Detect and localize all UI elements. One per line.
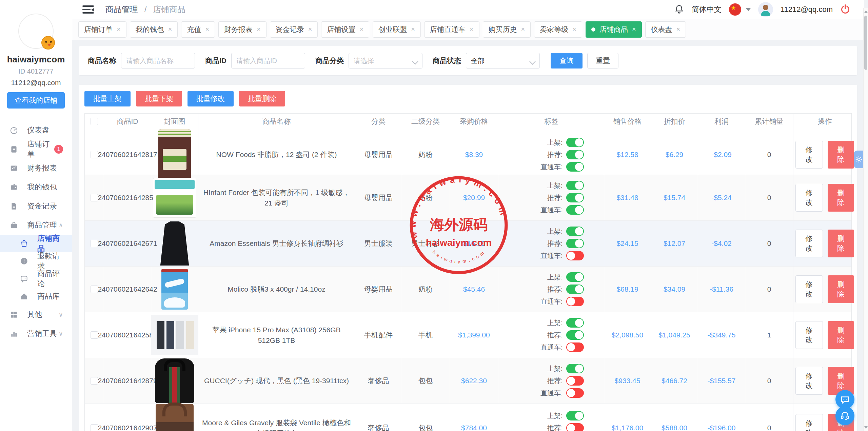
tab-close-icon[interactable]: × (359, 25, 363, 33)
tab-close-icon[interactable]: × (470, 25, 474, 33)
tab-close-icon[interactable]: × (168, 25, 172, 33)
sidebar-item-wallet[interactable]: 我的钱包 (0, 178, 72, 197)
row-checkbox[interactable] (91, 424, 98, 431)
sidebar-item-product-management[interactable]: 商品管理 ∧ (0, 216, 72, 235)
page-tab[interactable]: 店铺直通车 × (424, 21, 479, 38)
row-checkbox[interactable] (91, 240, 98, 247)
scroll-down-arrow-icon[interactable] (864, 426, 868, 429)
topbar-avatar[interactable] (758, 2, 773, 17)
product-id-input[interactable] (231, 53, 305, 68)
on-shelf-toggle[interactable] (566, 318, 584, 328)
edit-button[interactable]: 修改 (795, 275, 823, 303)
on-shelf-toggle[interactable] (566, 411, 584, 420)
tab-close-icon[interactable]: × (257, 25, 261, 33)
sidebar-item-product-comments[interactable]: 商品评论 (0, 270, 72, 288)
row-checkbox[interactable] (91, 377, 98, 385)
edit-button[interactable]: 修改 (795, 141, 823, 169)
recommend-toggle[interactable] (566, 193, 584, 202)
direct-train-toggle[interactable] (566, 251, 584, 260)
sidebar-item-shop-products[interactable]: 店铺商品 (0, 235, 72, 252)
sidebar-item-marketing-tools[interactable]: 营销工具 ∨ (0, 324, 72, 343)
search-button[interactable]: 查询 (551, 53, 583, 68)
row-checkbox[interactable] (91, 331, 98, 339)
sidebar-item-funds-record[interactable]: 资金记录 (0, 197, 72, 216)
customer-service-button[interactable] (835, 406, 854, 425)
on-shelf-toggle[interactable] (566, 138, 584, 147)
edit-button[interactable]: 修改 (795, 367, 823, 395)
logout-power-icon[interactable] (840, 4, 850, 15)
delete-button[interactable]: 删除 (828, 141, 854, 169)
recommend-toggle[interactable] (566, 423, 584, 431)
page-tab[interactable]: 创业联盟 × (373, 21, 421, 38)
page-tab[interactable]: 充值 × (181, 21, 215, 38)
direct-train-toggle[interactable] (566, 297, 584, 306)
tab-close-icon[interactable]: × (676, 25, 680, 33)
sidebar-item-dashboard[interactable]: 仪表盘 (0, 121, 72, 140)
scroll-up-arrow-icon[interactable] (864, 10, 868, 13)
batch-off-shelf-button[interactable]: 批量下架 (136, 91, 182, 106)
page-tab[interactable]: 卖家等级 × (534, 21, 582, 38)
direct-train-toggle[interactable] (566, 342, 584, 352)
sidebar-item-refund-requests[interactable]: 退款请求 (0, 252, 72, 270)
delete-button[interactable]: 删除 (828, 321, 854, 349)
product-name-input[interactable] (121, 53, 195, 68)
delete-button[interactable]: 删除 (828, 275, 854, 303)
recommend-toggle[interactable] (566, 330, 584, 340)
batch-edit-button[interactable]: 批量修改 (188, 91, 234, 106)
sidebar-collapse-icon[interactable] (82, 5, 94, 14)
view-my-shop-button[interactable]: 查看我的店铺 (7, 92, 65, 109)
direct-train-toggle[interactable] (566, 205, 584, 215)
language-label[interactable]: 简体中文 (692, 4, 722, 15)
sidebar-item-financial-report[interactable]: 财务报表 (0, 159, 72, 178)
row-checkbox[interactable] (91, 151, 98, 158)
recommend-toggle[interactable] (566, 239, 584, 248)
page-tab[interactable]: 购买历史 × (483, 21, 531, 38)
tab-close-icon[interactable]: × (117, 25, 121, 33)
sidebar-item-product-library[interactable]: 商品库 (0, 288, 72, 305)
edit-button[interactable]: 修改 (795, 414, 823, 431)
status-select[interactable]: 全部 (466, 53, 540, 68)
recommend-toggle[interactable] (566, 150, 584, 159)
scrollbar-thumb[interactable] (864, 16, 867, 70)
tab-close-icon[interactable]: × (205, 25, 209, 33)
tab-close-icon[interactable]: × (572, 25, 576, 33)
batch-delete-button[interactable]: 批量删除 (239, 91, 285, 106)
tab-close-icon[interactable]: × (411, 25, 415, 33)
page-tab[interactable]: 财务报表 × (218, 21, 267, 38)
edit-button[interactable]: 修改 (795, 184, 823, 212)
select-all-checkbox[interactable] (91, 118, 98, 125)
batch-on-shelf-button[interactable]: 批量上架 (84, 91, 131, 106)
direct-train-toggle[interactable] (566, 388, 584, 398)
recommend-toggle[interactable] (566, 285, 584, 294)
on-shelf-toggle[interactable] (566, 227, 584, 236)
direct-train-toggle[interactable] (566, 162, 584, 172)
on-shelf-toggle[interactable] (566, 181, 584, 190)
category-select[interactable]: 请选择 (349, 53, 422, 68)
page-tab[interactable]: 我的钱包 × (130, 21, 178, 38)
tab-close-icon[interactable]: × (632, 25, 636, 33)
row-checkbox[interactable] (91, 286, 98, 293)
recommend-toggle[interactable] (566, 376, 584, 386)
page-tab[interactable]: 店铺商品 × (586, 21, 642, 38)
delete-button[interactable]: 删除 (828, 184, 854, 212)
sidebar-item-other[interactable]: 其他 ∨ (0, 305, 72, 324)
tab-close-icon[interactable]: × (308, 25, 312, 33)
sidebar-item-orders[interactable]: 店铺订单 1 (0, 140, 72, 159)
reset-button[interactable]: 重置 (587, 53, 618, 68)
edit-button[interactable]: 修改 (795, 230, 823, 257)
language-caret-icon[interactable] (746, 8, 751, 11)
page-tab[interactable]: 仪表盘 × (645, 21, 686, 38)
page-tab[interactable]: 店铺设置 × (321, 21, 369, 38)
page-tab[interactable]: 店铺订单 × (78, 21, 126, 38)
breadcrumb-parent[interactable]: 商品管理 (105, 5, 138, 14)
on-shelf-toggle[interactable] (566, 364, 584, 373)
edit-button[interactable]: 修改 (795, 321, 823, 349)
row-checkbox[interactable] (91, 194, 98, 201)
page-tab[interactable]: 资金记录 × (270, 21, 318, 38)
tab-close-icon[interactable]: × (521, 25, 525, 33)
settings-panel-tab[interactable] (854, 151, 864, 168)
china-flag-icon[interactable] (729, 3, 741, 16)
notification-bell-icon[interactable] (674, 4, 684, 15)
on-shelf-toggle[interactable] (566, 272, 584, 282)
delete-button[interactable]: 删除 (828, 230, 854, 257)
